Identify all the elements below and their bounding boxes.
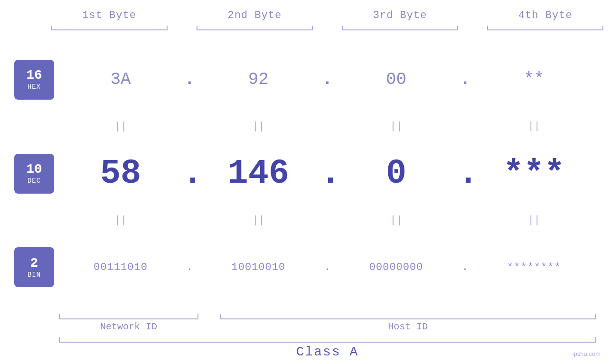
- class-bracket: [59, 335, 596, 343]
- bracket-b3: [328, 26, 473, 34]
- equals-signs-2: || || || ||: [59, 215, 596, 226]
- dec-dot1: .: [182, 157, 197, 191]
- hex-bytes: 3A . 92 . 00 . **: [59, 70, 596, 89]
- dec-dot3: .: [458, 157, 472, 191]
- hex-base-label: HEX: [28, 83, 41, 91]
- bin-byte2: 10010010: [197, 261, 320, 273]
- eq2-b4: ||: [472, 215, 596, 226]
- eq2-b2: ||: [197, 215, 320, 226]
- bin-dot2: .: [320, 261, 335, 273]
- byte4-header: 4th Byte: [473, 9, 610, 21]
- bracket-b4: [473, 26, 610, 34]
- eq1-b3: ||: [335, 121, 458, 132]
- bin-badge: 2 BIN: [14, 247, 54, 287]
- hex-row: 16 HEX 3A . 92 . 00 . **: [14, 39, 596, 120]
- host-id-bracket: [220, 312, 596, 319]
- bin-byte1: 00111010: [59, 261, 182, 273]
- bin-byte3: 00000000: [335, 261, 458, 273]
- dec-byte4: ***: [472, 154, 596, 193]
- dec-base-number: 10: [26, 162, 42, 177]
- eq1-b2: ||: [197, 121, 320, 132]
- dec-badge: 10 DEC: [14, 154, 54, 194]
- bottom-section: Network ID Host ID Class A: [14, 310, 596, 359]
- top-brackets: [37, 25, 610, 35]
- dec-base-label: DEC: [28, 177, 41, 185]
- eq1-b1: ||: [59, 121, 182, 132]
- equals-row-2: || || || ||: [14, 214, 596, 227]
- hex-byte1: 3A: [59, 70, 182, 89]
- bin-base-number: 2: [30, 256, 38, 271]
- network-id-label: Network ID: [59, 321, 198, 332]
- bracket-b2: [182, 26, 327, 34]
- dec-byte3: 0: [335, 154, 458, 193]
- hex-byte3: 00: [335, 70, 458, 89]
- bracket-b1: [37, 26, 182, 34]
- hex-dot1: .: [182, 70, 197, 89]
- dec-byte2: 146: [197, 154, 320, 193]
- equals-row-1: || || || ||: [14, 120, 596, 133]
- bin-byte4: ********: [472, 261, 596, 273]
- main-container: 1st Byte 2nd Byte 3rd Byte 4th Byte 16 H…: [0, 0, 610, 364]
- byte3-header: 3rd Byte: [328, 9, 473, 21]
- class-label: Class A: [59, 345, 596, 359]
- bin-base-label: BIN: [28, 271, 41, 279]
- dec-row: 10 DEC 58 . 146 . 0 . ***: [14, 133, 596, 214]
- hex-base-number: 16: [26, 68, 42, 83]
- host-id-label: Host ID: [220, 321, 596, 332]
- bin-dot1: .: [182, 261, 197, 273]
- hex-byte4: **: [472, 70, 596, 89]
- network-id-bracket: [59, 312, 198, 319]
- watermark: ipshu.com: [572, 350, 601, 357]
- equals-signs-1: || || || ||: [59, 121, 596, 132]
- hex-dot2: .: [320, 70, 335, 89]
- bin-bytes: 00111010 . 10010010 . 00000000 . *******…: [59, 261, 596, 273]
- byte2-header: 2nd Byte: [182, 9, 327, 21]
- eq2-b3: ||: [335, 215, 458, 226]
- dec-byte1: 58: [59, 154, 182, 193]
- id-labels: Network ID Host ID: [59, 321, 596, 332]
- eq2-b1: ||: [59, 215, 182, 226]
- byte1-header: 1st Byte: [37, 9, 182, 21]
- dec-dot2: .: [320, 157, 335, 191]
- dec-bytes: 58 . 146 . 0 . ***: [59, 154, 596, 193]
- bin-row: 2 BIN 00111010 . 10010010 . 00000000 . *…: [14, 227, 596, 308]
- hex-byte2: 92: [197, 70, 320, 89]
- hex-badge: 16 HEX: [14, 60, 54, 100]
- bin-dot3: .: [458, 261, 472, 273]
- byte-headers: 1st Byte 2nd Byte 3rd Byte 4th Byte: [37, 9, 610, 21]
- id-brackets: [59, 312, 596, 319]
- hex-dot3: .: [458, 70, 472, 89]
- eq1-b4: ||: [472, 121, 596, 132]
